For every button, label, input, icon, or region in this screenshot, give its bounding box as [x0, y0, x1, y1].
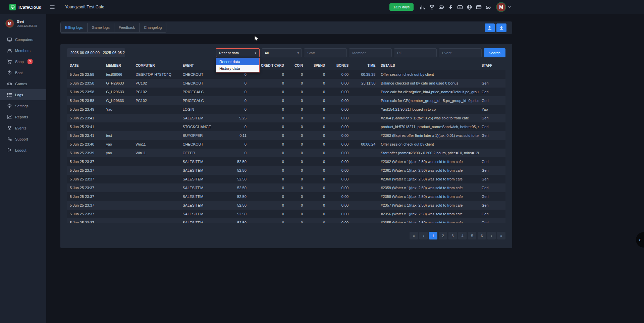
table-row[interactable]: 5 Jun 25 23:37SALESITEM52.500000.00#2362… [67, 157, 505, 166]
cell-staff [479, 149, 505, 157]
sidebar-item-reports[interactable]: Reports [0, 111, 46, 122]
cell-spend: 0 [306, 70, 328, 79]
sidebar-user[interactable]: M Geri 008612345678 [0, 14, 46, 32]
table-row[interactable]: 5 Jun 25 23:49YaoLOGIN00000.00Yao[154.21… [67, 105, 505, 114]
cell-member [103, 122, 133, 131]
cell-spend: 0 [306, 131, 328, 140]
data-source-select[interactable]: Recent data ▾ [216, 48, 260, 57]
table-row[interactable]: 5 Jun 25 23:58test08066DESKTOP-H7STC4QCH… [67, 70, 505, 79]
facebook-icon[interactable] [448, 4, 453, 10]
download-button[interactable] [496, 23, 506, 32]
table-row[interactable]: 5 Jun 25 23:39yaoWin11OFFER00000.00Start… [67, 149, 505, 157]
cell-date: 5 Jun 25 23:58 [67, 79, 103, 88]
cell-amount: 52.50 [220, 157, 249, 166]
cell-member [103, 175, 133, 183]
stats-icon[interactable] [420, 4, 425, 10]
sidebar-item-shop[interactable]: Shop3 [0, 56, 46, 67]
cafe-name: Youngzsoft Test Cafe [65, 5, 104, 9]
page-btn-2[interactable]: 2 [439, 232, 447, 239]
glasses-icon[interactable] [485, 4, 491, 10]
trophy-icon[interactable] [429, 4, 435, 10]
page-btn-first[interactable]: « [410, 232, 418, 239]
tab-feedback[interactable]: Feedback [114, 23, 140, 33]
cell-event: SALESITEM [180, 218, 219, 223]
cell-member: test08066 [103, 70, 133, 79]
table-row[interactable]: 5 Jun 25 23:41STOCKCHANGE00000.00product… [67, 122, 505, 131]
page-btn-6[interactable]: 6 [478, 232, 486, 239]
sidebar-item-label: Settings [15, 104, 29, 108]
sidebar-item-support[interactable]: Support [0, 133, 46, 145]
sidebar-item-logs[interactable]: Logs [0, 89, 46, 100]
cell-bonus: 0.00 [328, 201, 351, 210]
user-avatar[interactable]: M [496, 2, 506, 12]
table-row[interactable]: 5 Jun 25 23:41SALESITEM5.250000.00#2364 … [67, 114, 505, 122]
table-row[interactable]: 5 Jun 25 23:37SALESITEM52.500000.00#2360… [67, 175, 505, 183]
cell-bonus: 0.00 [328, 70, 351, 79]
cell-details: #2363 (Expires offer 5min later x 1)(tax… [378, 131, 479, 140]
sidebar-item-logout[interactable]: Logout [0, 145, 46, 156]
tab-changelog[interactable]: Changelog [139, 23, 166, 33]
page-btn-1[interactable]: 1 [429, 232, 437, 239]
event-input[interactable] [439, 48, 482, 57]
table-row[interactable]: 5 Jun 25 23:41testBUYOFFER0.110000.00#23… [67, 131, 505, 140]
cell-event: SALESITEM [180, 192, 219, 201]
sidebar-item-label: Logout [15, 148, 26, 152]
dropdown-option[interactable]: Recent data [216, 58, 259, 65]
cell-staff [479, 70, 505, 79]
sidebar-item-events[interactable]: Events [0, 122, 46, 133]
table-row[interactable]: 5 Jun 25 23:37SALESITEM52.500000.00#2355… [67, 218, 505, 223]
tab-game-logs[interactable]: Game logs [87, 23, 114, 33]
chevron-down-icon[interactable] [507, 5, 512, 9]
cell-details: #2356 (Water x 1)(tax: 2.50) was sold to… [378, 210, 479, 218]
pc-input[interactable] [394, 48, 437, 57]
table-row[interactable]: 5 Jun 25 23:37SALESITEM52.500000.00#2356… [67, 210, 505, 218]
table-row[interactable]: 5 Jun 25 23:37SALESITEM52.500000.00#2357… [67, 201, 505, 210]
cell-time [351, 96, 378, 105]
dropdown-option[interactable]: History data [216, 65, 259, 72]
tab-billing-logs[interactable]: Billing logs [60, 23, 88, 33]
sidebar-item-games[interactable]: Games [0, 78, 46, 89]
cell-time [351, 157, 378, 166]
sidebar-item-settings[interactable]: Settings [0, 100, 46, 111]
table-row[interactable]: 5 Jun 25 23:58G_H29633PC102CHECKOUT00000… [67, 79, 505, 88]
search-button[interactable]: Search [484, 48, 505, 57]
cell-amount: 0 [220, 79, 249, 88]
cell-amount: 0 [220, 88, 249, 96]
table-row[interactable]: 5 Jun 25 23:58G_H29633PC102PRICECALC0000… [67, 88, 505, 96]
page-btn-3[interactable]: 3 [448, 232, 457, 239]
cell-credit_card: 0 [249, 105, 287, 114]
page-btn-next[interactable]: › [487, 232, 496, 239]
page-btn-prev[interactable]: ‹ [419, 232, 428, 239]
table-row[interactable]: 5 Jun 25 23:37SALESITEM52.500000.00#2359… [67, 183, 505, 192]
cell-coin: 0 [287, 157, 306, 166]
discord-icon[interactable] [438, 4, 444, 10]
page-btn-4[interactable]: 4 [458, 232, 467, 239]
cell-coin: 0 [287, 192, 306, 201]
youtube-icon[interactable] [457, 4, 463, 10]
payment-icon[interactable] [476, 4, 482, 10]
page-btn-5[interactable]: 5 [468, 232, 476, 239]
cell-event: SALESITEM [180, 114, 219, 122]
sidebar-item-computers[interactable]: Computers [0, 34, 46, 45]
table-row[interactable]: 5 Jun 25 23:58G_H29633PC102PRICECALC0000… [67, 96, 505, 105]
page-btn-last[interactable]: » [497, 232, 505, 239]
member-input[interactable] [349, 48, 392, 57]
subscription-days-badge[interactable]: 1329 days [389, 3, 414, 11]
brand[interactable]: iCafeCloud [9, 4, 42, 10]
sidebar-item-members[interactable]: Members [0, 45, 46, 56]
col-computer: COMPUTER [133, 61, 180, 70]
date-range-input[interactable]: 2025-06-05 00:00 - 2025-06-05 23:59 [67, 48, 125, 57]
sidebar-item-label: Boot [15, 71, 23, 75]
cell-member [103, 114, 133, 122]
globe-icon[interactable] [467, 4, 472, 10]
table-row[interactable]: 5 Jun 25 23:37SALESITEM52.500000.00#2361… [67, 166, 505, 175]
sidebar-item-boot[interactable]: Boot [0, 67, 46, 78]
cell-event: SALESITEM [180, 210, 219, 218]
hamburger-menu-icon[interactable] [50, 4, 55, 10]
upload-button[interactable] [485, 23, 495, 32]
staff-input[interactable] [304, 48, 347, 57]
table-row[interactable]: 5 Jun 25 23:40yaoWin11CHECKOUT00000.0000… [67, 140, 505, 149]
scope-select[interactable]: All ▾ [262, 48, 302, 57]
cell-member: Yao [103, 105, 133, 114]
table-row[interactable]: 5 Jun 25 23:37SALESITEM52.500000.00#2358… [67, 192, 505, 201]
